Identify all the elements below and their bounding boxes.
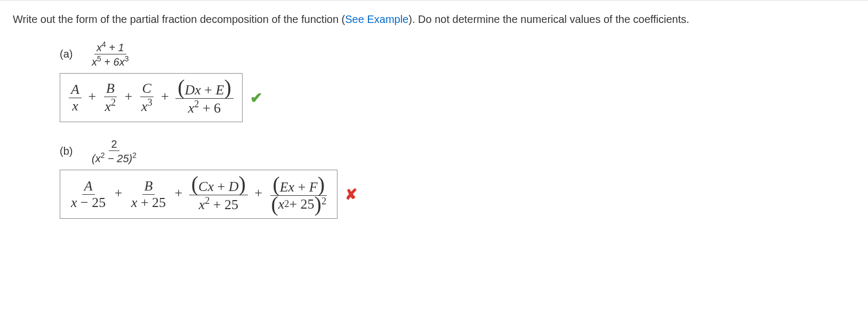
part-b-label: (b)	[60, 145, 77, 157]
part-a-q-numerator: x4 + 1	[94, 40, 126, 54]
term-b2: B x + 25	[129, 178, 168, 211]
part-a-question-fraction: x4 + 1 x5 + 6x3	[90, 40, 131, 68]
part-a-label: (a)	[60, 48, 77, 60]
term-a4-den: x2 + 6	[186, 99, 223, 116]
term-a1-num: A	[69, 82, 82, 98]
term-b3-den: x2 + 25	[197, 195, 240, 213]
instruction-text: Write out the form of the partial fracti…	[13, 12, 855, 27]
part-b-q-denominator: (x2 − 25)2	[90, 151, 139, 165]
term-b1-num: A	[82, 178, 95, 195]
term-a3: C x3	[139, 81, 155, 114]
part-a: (a) x4 + 1 x5 + 6x3 A x + B x2 + C x3 + …	[60, 40, 855, 122]
cross-icon: ✘	[345, 186, 357, 203]
term-a2-num: B	[104, 81, 117, 97]
term-a4-num: (Dx + E)	[175, 79, 234, 99]
term-a1: A x	[69, 82, 82, 114]
term-b2-num: B	[142, 178, 155, 195]
instruction-pre: Write out the form of the partial fracti…	[13, 13, 345, 25]
part-b-question-fraction: 2 (x2 − 25)2	[90, 138, 139, 165]
plus-op: +	[172, 185, 186, 201]
term-b1-den: x − 25	[69, 195, 108, 211]
checkmark-icon: ✔	[250, 89, 262, 107]
term-b4: (Ex + F) (x2 + 25)2	[269, 176, 328, 213]
term-a2-den: x2	[103, 97, 118, 115]
plus-op: +	[158, 89, 172, 104]
plus-op: +	[111, 185, 126, 201]
plus-op: +	[85, 89, 99, 104]
term-a4: (Dx + E) x2 + 6	[175, 79, 234, 116]
plus-op: +	[122, 89, 136, 104]
plus-op: +	[251, 185, 266, 201]
term-a1-den: x	[70, 98, 81, 114]
term-b3: (Cx + D) x2 + 25	[189, 176, 248, 212]
instruction-post: ). Do not determine the numerical values…	[408, 13, 689, 25]
term-a3-num: C	[140, 81, 154, 97]
part-a-answer-box[interactable]: A x + B x2 + C x3 + (Dx + E) x2 + 6	[60, 73, 243, 122]
term-b1: A x − 25	[69, 178, 108, 211]
term-b2-den: x + 25	[129, 195, 168, 211]
term-b3-num: (Cx + D)	[189, 176, 248, 195]
part-b: (b) 2 (x2 − 25)2 A x − 25 + B x + 25 + (…	[60, 138, 855, 219]
part-b-q-numerator: 2	[109, 138, 119, 151]
term-a3-den: x3	[139, 97, 155, 115]
term-a2: B x2	[103, 81, 118, 114]
part-b-answer-box[interactable]: A x − 25 + B x + 25 + (Cx + D) x2 + 25 +…	[60, 170, 337, 218]
part-a-q-denominator: x5 + 6x3	[90, 54, 131, 68]
see-example-link[interactable]: See Example	[345, 13, 408, 25]
term-b4-den: (x2 + 25)2	[269, 196, 328, 213]
